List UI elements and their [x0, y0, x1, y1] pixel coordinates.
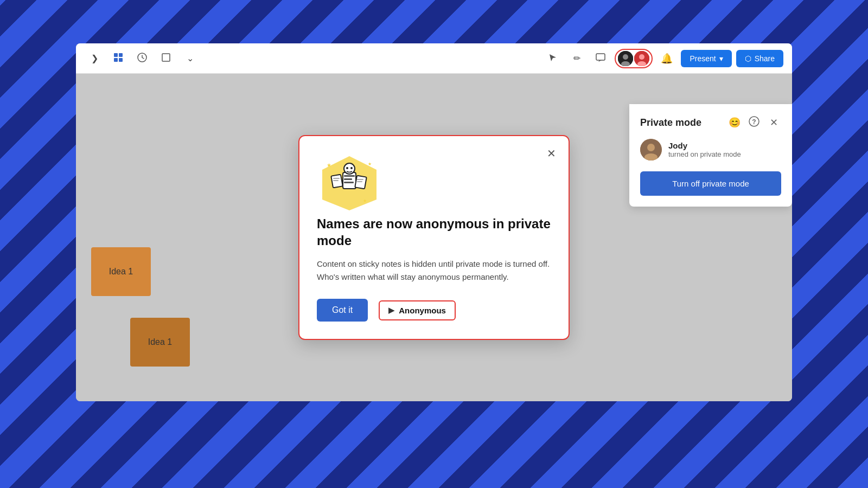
svg-point-8 — [623, 54, 628, 60]
svg-rect-1 — [119, 53, 123, 57]
modal-overlay: ✕ — [76, 74, 792, 401]
present-button[interactable]: Present ▾ — [681, 50, 731, 67]
svg-rect-3 — [119, 58, 123, 62]
modal-actions: Got it ▶ Anonymous — [317, 299, 551, 322]
dropdown-button[interactable]: ⌄ — [180, 49, 200, 68]
share-button[interactable]: ⬡ Share — [736, 50, 783, 67]
timer-icon — [137, 52, 148, 65]
chevron-right-icon: ❯ — [91, 53, 98, 63]
got-it-label: Got it — [332, 305, 353, 314]
avatar-user2 — [634, 51, 649, 66]
svg-rect-22 — [344, 182, 354, 183]
share-label: Share — [755, 54, 775, 63]
comment-button[interactable] — [591, 49, 610, 68]
comment-icon — [595, 52, 606, 65]
cursor-symbol: ▶ — [388, 306, 394, 314]
cursor-tool-button[interactable] — [543, 49, 563, 68]
modal-illustration: ★ ★ ★ — [317, 153, 382, 213]
modal-close-button[interactable]: ✕ — [542, 145, 560, 162]
toolbar: ❯ — [76, 43, 792, 74]
svg-rect-20 — [344, 175, 355, 177]
bell-button[interactable]: 🔔 — [657, 49, 676, 68]
pen-tool-button[interactable]: ✏ — [567, 49, 586, 68]
canvas-area: Idea 1 Idea 1 Private mode 😊 ? — [76, 74, 792, 401]
svg-rect-6 — [596, 54, 605, 60]
board-icon — [113, 52, 124, 65]
svg-text:★: ★ — [363, 198, 367, 203]
svg-point-24 — [346, 167, 348, 169]
modal-description: Content on sticky notes is hidden until … — [317, 258, 551, 284]
svg-rect-2 — [114, 58, 118, 62]
toolbar-right: ✏ — [543, 49, 783, 68]
chevron-down-icon: ⌄ — [187, 53, 194, 63]
modal-dialog: ✕ — [298, 135, 570, 340]
svg-rect-19 — [343, 172, 356, 189]
got-it-button[interactable]: Got it — [317, 299, 368, 322]
svg-rect-0 — [114, 53, 118, 57]
present-dropdown-icon: ▾ — [719, 54, 723, 63]
anonymous-label: Anonymous — [399, 306, 446, 315]
svg-rect-21 — [344, 178, 352, 180]
svg-point-25 — [350, 167, 353, 169]
expand-button[interactable]: ❯ — [85, 49, 104, 68]
anonymous-tag: ▶ Anonymous — [379, 300, 456, 320]
present-label: Present — [690, 54, 716, 63]
svg-rect-5 — [162, 54, 170, 61]
share-icon: ⬡ — [745, 54, 751, 63]
modal-title: Names are now anonymous in private mode — [317, 215, 551, 249]
svg-text:★: ★ — [327, 162, 331, 168]
board-button[interactable] — [108, 49, 128, 68]
pen-icon: ✏ — [573, 53, 580, 63]
modal-close-icon: ✕ — [547, 147, 556, 160]
avatar-pair[interactable] — [615, 49, 653, 68]
svg-rect-27 — [333, 178, 340, 179]
frame-button[interactable] — [156, 49, 176, 68]
timer-button[interactable] — [132, 49, 152, 68]
cursor-icon — [548, 53, 558, 65]
bell-icon: 🔔 — [661, 53, 673, 65]
svg-rect-31 — [357, 181, 362, 182]
svg-text:★: ★ — [368, 162, 372, 166]
frame-icon — [161, 52, 171, 65]
app-window: ❯ — [76, 43, 792, 401]
svg-point-11 — [639, 54, 644, 60]
svg-rect-28 — [333, 180, 339, 181]
avatar-user1 — [618, 51, 633, 66]
svg-rect-30 — [357, 179, 363, 180]
